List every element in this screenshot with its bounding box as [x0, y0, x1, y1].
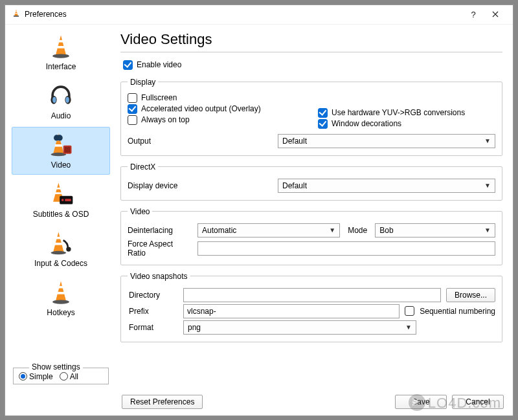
format-select[interactable]: png▼ — [183, 320, 416, 335]
sidebar-item-video[interactable]: Video — [12, 127, 110, 175]
svg-rect-14 — [55, 144, 62, 147]
group-legend: Display — [128, 78, 158, 87]
display-device-select[interactable]: Default▼ — [278, 179, 495, 193]
svg-rect-27 — [56, 236, 61, 239]
output-select[interactable]: Default▼ — [278, 134, 495, 148]
mode-select[interactable]: Bob▼ — [375, 223, 495, 238]
svg-point-10 — [52, 96, 56, 102]
sequential-checkbox[interactable] — [405, 306, 414, 316]
cone-hotkey-icon — [45, 277, 76, 307]
chevron-down-icon: ▼ — [405, 324, 412, 331]
chevron-down-icon: ▼ — [484, 182, 491, 189]
directory-input[interactable] — [183, 288, 441, 302]
sidebar-item-label: Interface — [46, 62, 76, 71]
show-settings-legend: Show settings — [29, 362, 83, 371]
svg-rect-28 — [55, 243, 62, 245]
prefix-label: Prefix — [128, 307, 178, 316]
video-group: Video Deinterlacing Automatic▼ Mode Bob▼… — [120, 207, 502, 265]
accel-label: Accelerated video output (Overlay) — [141, 104, 261, 113]
cone-osd-icon — [45, 179, 76, 208]
svg-point-11 — [65, 96, 69, 102]
deinterlacing-select[interactable]: Automatic▼ — [197, 223, 340, 238]
yuv-checkbox[interactable] — [318, 108, 328, 118]
cone-icon — [45, 31, 76, 61]
fullscreen-label: Fullscreen — [141, 93, 177, 102]
always-on-top-checkbox[interactable] — [128, 115, 137, 125]
svg-point-34 — [52, 300, 69, 304]
svg-point-17 — [57, 135, 63, 140]
titlebar: Preferences ? — [5, 5, 513, 25]
window-decorations-label: Window decorations — [332, 119, 401, 128]
force-aspect-label: Force Aspect Ratio — [128, 239, 192, 258]
svg-rect-5 — [58, 39, 63, 42]
svg-marker-31 — [56, 281, 67, 301]
bottom-bar: Reset Preferences Save Cancel — [5, 390, 513, 415]
format-label: Format — [128, 323, 178, 332]
svg-point-7 — [52, 54, 69, 58]
prefix-input[interactable] — [183, 304, 400, 318]
radio-all[interactable]: All — [60, 372, 78, 381]
directory-label: Directory — [128, 291, 178, 300]
sidebar-item-label: Video — [51, 160, 71, 170]
svg-rect-25 — [65, 199, 71, 201]
chevron-down-icon: ▼ — [484, 137, 491, 144]
cancel-button[interactable]: Cancel — [452, 395, 504, 409]
app-icon — [12, 8, 21, 20]
always-on-top-label: Always on top — [141, 115, 190, 124]
content-pane: Video Settings Enable video Display Full… — [114, 25, 513, 390]
enable-video-label: Enable video — [137, 60, 181, 69]
sidebar-item-subtitles[interactable]: Subtitles & OSD — [12, 176, 110, 224]
sidebar-item-interface[interactable]: Interface — [12, 28, 110, 76]
mode-label: Mode — [345, 226, 370, 235]
sidebar-item-label: Subtitles & OSD — [33, 210, 89, 219]
reset-button[interactable]: Reset Preferences — [122, 395, 203, 409]
svg-rect-22 — [55, 192, 62, 194]
cone-film-icon — [45, 129, 76, 159]
output-label: Output — [128, 137, 183, 146]
window-decorations-checkbox[interactable] — [318, 119, 328, 129]
chevron-down-icon: ▼ — [484, 227, 491, 234]
snapshots-group: Video snapshots Directory Browse... Pref… — [120, 272, 502, 342]
svg-marker-0 — [14, 10, 18, 16]
group-legend: Video snapshots — [128, 272, 190, 281]
svg-marker-26 — [53, 232, 64, 252]
group-legend: Video — [128, 207, 152, 216]
enable-video-checkbox[interactable] — [123, 60, 133, 70]
close-button[interactable] — [484, 5, 506, 23]
force-aspect-input[interactable] — [197, 241, 495, 256]
headphones-icon — [45, 80, 76, 110]
display-group: Display Fullscreen Accelerated video out… — [120, 78, 502, 156]
cone-codec-icon — [45, 228, 76, 258]
display-device-label: Display device — [128, 181, 183, 190]
fullscreen-checkbox[interactable] — [128, 93, 137, 103]
svg-rect-2 — [15, 13, 17, 14]
browse-button[interactable]: Browse... — [446, 288, 495, 302]
svg-rect-3 — [14, 16, 19, 17]
sidebar-item-audio[interactable]: Audio — [12, 78, 110, 126]
sequential-label: Sequential numbering — [420, 307, 495, 316]
accel-checkbox[interactable] — [128, 104, 137, 114]
yuv-label: Use hardware YUV->RGB conversions — [332, 108, 465, 117]
svg-rect-1 — [16, 11, 17, 12]
page-title: Video Settings — [120, 31, 502, 48]
sidebar: Interface Audio Video — [5, 25, 114, 390]
sidebar-item-label: Hotkeys — [47, 308, 74, 317]
sidebar-item-hotkeys[interactable]: Hotkeys — [12, 274, 110, 322]
svg-point-30 — [66, 247, 71, 251]
radio-simple[interactable]: Simple — [19, 372, 53, 381]
group-legend: DirectX — [128, 162, 158, 171]
svg-point-29 — [51, 250, 66, 254]
preferences-window: Preferences ? Interface Audio — [5, 5, 513, 416]
sidebar-item-input-codecs[interactable]: Input & Codecs — [12, 225, 110, 273]
window-title: Preferences — [25, 10, 462, 19]
svg-rect-6 — [58, 46, 65, 49]
svg-rect-21 — [56, 187, 61, 189]
save-button[interactable]: Save — [395, 395, 447, 409]
help-button[interactable]: ? — [462, 5, 484, 23]
svg-rect-32 — [58, 285, 63, 288]
deinterlacing-label: Deinterlacing — [128, 226, 192, 235]
directx-group: DirectX Display device Default▼ — [120, 162, 502, 201]
sidebar-item-label: Audio — [51, 111, 71, 120]
svg-rect-33 — [58, 292, 65, 294]
svg-rect-19 — [65, 146, 71, 152]
